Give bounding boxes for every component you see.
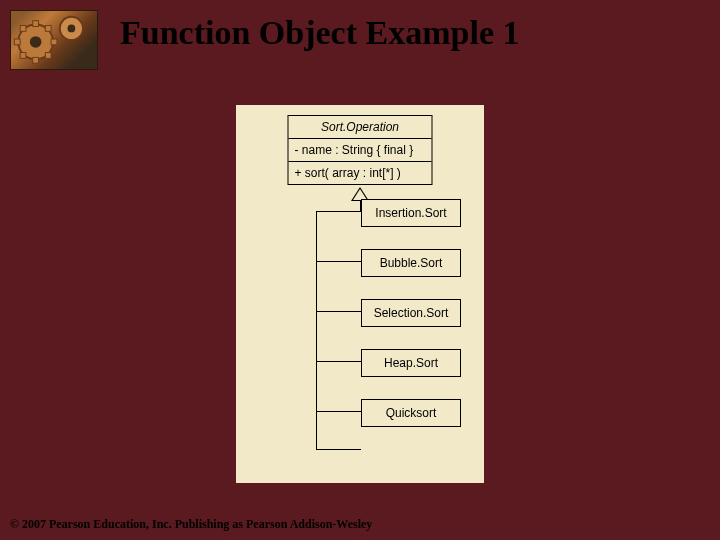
svg-rect-7: [45, 26, 51, 32]
slide-title: Function Object Example 1: [120, 14, 519, 52]
svg-rect-3: [14, 39, 20, 45]
svg-point-9: [30, 36, 42, 48]
svg-point-11: [68, 25, 76, 33]
gears-logo: [10, 10, 98, 70]
connector-line: [316, 411, 361, 412]
svg-rect-6: [45, 53, 51, 59]
connector-line: [316, 411, 317, 449]
uml-attributes: - name : String { final }: [289, 138, 432, 161]
uml-class-insertionsort: Insertion.Sort: [361, 199, 461, 227]
uml-class-bubblesort: Bubble.Sort: [361, 249, 461, 277]
svg-rect-4: [51, 39, 57, 45]
svg-rect-1: [33, 21, 39, 27]
svg-rect-2: [33, 57, 39, 63]
uml-class-selectionsort: Selection.Sort: [361, 299, 461, 327]
svg-rect-5: [20, 26, 26, 32]
copyright-text: © 2007 Pearson Education, Inc. Publishin…: [10, 517, 372, 532]
connector-line: [316, 211, 361, 212]
uml-operations: + sort( array : int[*] ): [289, 161, 432, 184]
connector-line: [316, 261, 361, 262]
uml-class-sortoperation: Sort.Operation - name : String { final }…: [288, 115, 433, 185]
uml-class-heapsort: Heap.Sort: [361, 349, 461, 377]
connector-line: [316, 361, 361, 362]
connector-line: [316, 311, 361, 312]
uml-diagram: Sort.Operation - name : String { final }…: [236, 105, 484, 483]
uml-classname: Sort.Operation: [289, 116, 432, 138]
uml-class-quicksort: Quicksort: [361, 399, 461, 427]
svg-rect-8: [20, 53, 26, 59]
connector-line: [316, 449, 361, 450]
